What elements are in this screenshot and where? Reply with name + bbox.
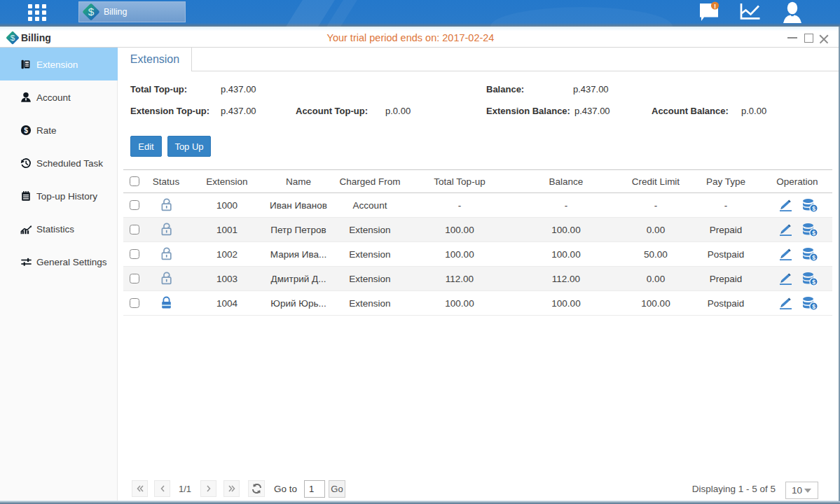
- svg-text:$: $: [812, 230, 815, 237]
- svg-text:$: $: [88, 6, 95, 18]
- svg-text:$: $: [812, 279, 815, 286]
- svg-text:!: !: [714, 2, 716, 10]
- svg-text:$: $: [812, 254, 815, 261]
- svg-text:$: $: [812, 303, 815, 310]
- svg-text:$: $: [812, 205, 815, 212]
- svg-text:$: $: [24, 126, 28, 134]
